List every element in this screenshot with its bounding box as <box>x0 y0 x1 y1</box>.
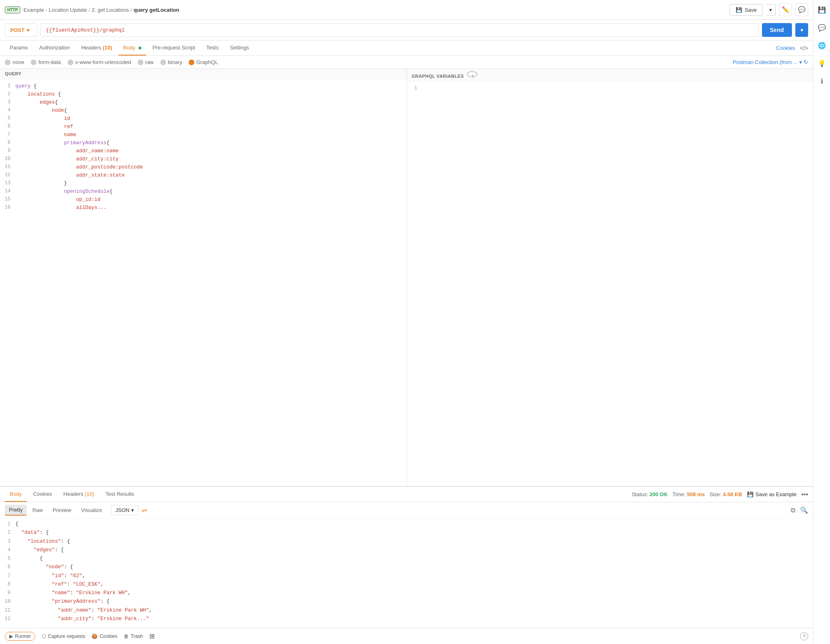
json-response[interactable]: 1{2 "data": {3 "locations": {4 "edges": … <box>0 518 813 628</box>
http-badge: HTTP <box>5 6 20 13</box>
request-tabs: Params Authorization Headers (10) Body P… <box>0 41 813 56</box>
body-type-none[interactable]: none <box>5 59 24 65</box>
query-line: 9 addr_name:name <box>0 147 406 155</box>
cookies-button[interactable]: 🍪 Cookies <box>92 633 117 639</box>
help-button[interactable]: ? <box>800 632 808 640</box>
code-icon[interactable]: </> <box>800 45 808 51</box>
query-line: 14 openingSchedule{ <box>0 188 406 196</box>
top-bar-actions: 💾 Save ▾ ✏️ 💬 <box>730 3 808 16</box>
json-line: 8 "ref": "LOC_ESK", <box>0 580 813 589</box>
json-line: 6 "node": { <box>0 563 813 571</box>
resp-tab-headers[interactable]: Headers (10) <box>59 487 99 502</box>
response-meta: Status: 200 OK Time: 508 ms Size: 4.58 K… <box>632 491 808 498</box>
send-button[interactable]: Send <box>762 23 792 37</box>
bottom-bar: ▶ Runner ⬡ Capture requests 🍪 Cookies 🗑 … <box>0 628 813 644</box>
copy-response-button[interactable]: ⧉ <box>791 507 795 514</box>
runner-button[interactable]: ▶ Runner <box>5 632 35 641</box>
query-line: 10 addr_city:city <box>0 155 406 163</box>
tab-authorization[interactable]: Authorization <box>34 41 75 55</box>
query-line: 13 } <box>0 179 406 188</box>
top-bar: HTTP Example - Location Update / 2. get … <box>0 0 813 20</box>
radio-form-data <box>31 60 36 65</box>
radio-binary <box>160 60 166 65</box>
right-info-icon[interactable]: ℹ <box>816 75 828 87</box>
app-container: HTTP Example - Location Update / 2. get … <box>0 0 830 644</box>
query-line: 5 id <box>0 115 406 123</box>
fmt-tab-raw[interactable]: Raw <box>28 505 47 515</box>
send-dropdown-button[interactable]: ▾ <box>795 23 808 37</box>
response-section: Body Cookies Headers (10) Test Results S… <box>0 486 813 628</box>
query-line: 12 addr_state:state <box>0 171 406 179</box>
json-line: 3 "locations": { <box>0 537 813 546</box>
query-line: 15 op_id:id <box>0 196 406 204</box>
layout-button[interactable]: ⊞ <box>149 632 155 640</box>
radio-urlencoded <box>68 60 73 65</box>
query-line: 16 allDays... <box>0 204 406 212</box>
collection-link[interactable]: Postman Collection (from ... ▾ ↻ <box>733 59 808 65</box>
breadcrumb-part2: 2. get Locations <box>92 7 129 13</box>
resp-tab-body[interactable]: Body <box>5 487 27 502</box>
query-line: 4 node{ <box>0 107 406 115</box>
capture-requests-button[interactable]: ⬡ Capture requests <box>42 633 85 639</box>
query-pane: QUERY 1query {2 locations {3 edges{4 nod… <box>0 69 407 486</box>
more-options-button[interactable]: ••• <box>801 491 808 498</box>
json-line: 12 "addr_city": "Erskine Park..." <box>0 615 813 623</box>
right-sidebar: 💾 💬 🌐 💡 ℹ <box>813 0 830 644</box>
json-line: 2 "data": { <box>0 529 813 537</box>
search-response-button[interactable]: 🔍 <box>800 506 808 514</box>
method-select[interactable]: POST ▾ <box>5 23 37 37</box>
save-dropdown-button[interactable]: ▾ <box>766 4 776 16</box>
resp-tab-cookies[interactable]: Cookies <box>28 487 57 502</box>
tab-tests[interactable]: Tests <box>202 41 223 55</box>
right-save-icon[interactable]: 💾 <box>816 4 828 15</box>
query-editor[interactable]: 1query {2 locations {3 edges{4 node{5 id… <box>0 79 406 486</box>
tab-body[interactable]: Body <box>119 41 146 55</box>
radio-none <box>5 60 11 65</box>
filter-icon[interactable]: ⇌ <box>142 506 147 514</box>
fmt-tab-visualize[interactable]: Visualize <box>77 505 106 515</box>
trash-button[interactable]: 🗑 Trash <box>124 633 143 639</box>
body-type-form-data[interactable]: form-data <box>31 59 61 65</box>
edit-icon-button[interactable]: ✏️ <box>779 3 792 16</box>
fmt-tab-pretty[interactable]: Pretty <box>5 505 27 516</box>
query-line: 11 addr_postcode:postcode <box>0 163 406 171</box>
right-comment-icon[interactable]: 💬 <box>816 22 828 33</box>
query-line: 8 primaryAddress{ <box>0 139 406 147</box>
save-button[interactable]: 💾 Save <box>730 4 763 16</box>
body-type-graphql[interactable]: GraphQL <box>189 59 218 65</box>
format-tabs-row: Pretty Raw Preview Visualize JSON ▾ ⇌ ⧉ … <box>0 502 813 518</box>
json-line: 10 "primaryAddress": { <box>0 597 813 606</box>
body-type-urlencoded[interactable]: x-www-form-urlencoded <box>68 59 131 65</box>
breadcrumb-current: query getLocation <box>134 7 179 13</box>
json-line: 9 "name": "Erskine Park WH", <box>0 589 813 597</box>
query-label: QUERY <box>0 69 406 79</box>
json-format-select[interactable]: JSON ▾ <box>111 505 138 515</box>
query-line: 1query { <box>0 82 406 90</box>
query-line: 2 locations { <box>0 90 406 98</box>
body-type-binary[interactable]: binary <box>160 59 182 65</box>
tab-params[interactable]: Params <box>5 41 33 55</box>
url-input[interactable]: {{fluentApiHost}}/graphql <box>40 23 759 37</box>
fmt-tab-preview[interactable]: Preview <box>49 505 75 515</box>
var-line-1: 1 <box>407 85 813 92</box>
tab-settings[interactable]: Settings <box>225 41 254 55</box>
body-active-dot <box>138 47 141 49</box>
right-lightbulb-icon[interactable]: 💡 <box>816 58 828 69</box>
tab-headers[interactable]: Headers (10) <box>77 41 117 55</box>
tab-pre-request[interactable]: Pre-request Script <box>148 41 200 55</box>
variables-pane: GRAPHQL VARIABLES i 1 <box>407 69 813 486</box>
json-line: 11 "addr_name": "Erskine Park WH", <box>0 606 813 615</box>
variables-label: GRAPHQL VARIABLES i <box>407 69 813 81</box>
cookies-link[interactable]: Cookies <box>776 45 795 51</box>
response-tabs-row: Body Cookies Headers (10) Test Results S… <box>0 487 813 502</box>
resp-tab-test-results[interactable]: Test Results <box>101 487 139 502</box>
radio-raw <box>138 60 143 65</box>
comment-icon-button[interactable]: 💬 <box>795 3 808 16</box>
variables-editor[interactable]: 1 <box>407 81 813 486</box>
body-type-raw[interactable]: raw <box>138 59 154 65</box>
right-browse-icon[interactable]: 🌐 <box>816 40 828 51</box>
info-icon[interactable]: i <box>467 71 477 77</box>
json-line: 5 { <box>0 554 813 563</box>
save-as-example-button[interactable]: 💾 Save as Example <box>747 491 796 497</box>
main-area: HTTP Example - Location Update / 2. get … <box>0 0 813 644</box>
